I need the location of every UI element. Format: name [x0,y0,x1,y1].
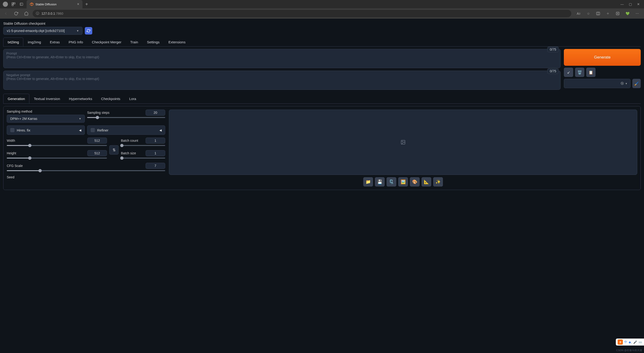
refresh-button[interactable] [12,10,20,18]
batch-count-label: Batch count [121,139,138,142]
batch-count-input[interactable] [146,138,165,144]
negative-prompt-input[interactable] [3,71,560,90]
workspaces-icon[interactable] [11,2,16,7]
tab-checkpoint-merger[interactable]: Checkpoint Merger [87,38,126,46]
ime-lang[interactable]: 中 [624,340,627,344]
batch-size-input[interactable] [146,150,165,156]
tab-img2img[interactable]: img2img [23,38,46,46]
ime-logo-icon: S [618,339,623,344]
close-window-icon[interactable]: ✕ [637,2,640,6]
subtab-hypernetworks[interactable]: Hypernetworks [64,94,97,104]
tab-extensions[interactable]: Extensions [164,38,190,46]
open-folder-button[interactable]: 📁 [363,177,373,187]
clear-button[interactable]: 🗑️ [575,68,584,77]
output-toolbar: 📁💾🗜️🖼️🎨📐✨ [169,177,637,187]
subtab-lora[interactable]: Lora [125,94,140,104]
send-extras-button[interactable]: 📐 [422,177,431,187]
svg-rect-0 [12,3,13,4]
tab-png-info[interactable]: PNG Info [64,38,88,46]
maximize-icon[interactable]: ▢ [629,2,632,6]
svg-rect-1 [14,3,15,4]
tab-txt2img[interactable]: txt2img [3,38,23,46]
ime-keyboard-icon[interactable]: ⌨️ [638,340,642,344]
send-img2img-button[interactable]: 🖼️ [398,177,408,187]
sidebar-toggle-icon[interactable] [19,2,24,7]
sub-tabs: GenerationTextual InversionHypernetworks… [3,94,641,104]
width-label: Width [7,139,15,142]
home-button[interactable] [22,10,30,18]
sampling-steps-input[interactable] [146,110,165,116]
tab-title: Stable Diffusion [36,3,75,6]
zip-button[interactable]: 🗜️ [386,177,396,187]
seed-label: Seed [7,175,165,179]
address-bar[interactable]: ⓘ 127.0.0.1:7860 [32,10,571,17]
ime-toolbar[interactable]: S 中 ◆, 🎤 ⌨️ [616,338,644,345]
checkpoint-label: Stable Diffusion checkpoint [3,22,641,26]
height-label: Height [7,151,16,155]
tab-extras[interactable]: Extras [46,38,64,46]
sampling-steps-slider[interactable] [87,117,165,118]
sampling-method-dropdown[interactable]: DPM++ 2M Karras ▼ [7,115,85,123]
width-slider[interactable] [7,145,107,146]
sampling-method-value: DPM++ 2M Karras [10,117,37,121]
svg-rect-3 [20,3,23,6]
address-host: 127.0.0.1 [42,12,55,16]
styles-dropdown[interactable]: ⓧ ▼ [564,79,630,88]
refiner-checkbox[interactable] [91,128,95,132]
ime-voice-icon[interactable]: 🎤 [633,340,637,344]
swap-dimensions-button[interactable]: ⇅ [109,145,118,155]
tab-train[interactable]: Train [126,38,142,46]
arrow-tool-button[interactable]: ↙ [564,68,573,77]
site-info-icon[interactable]: ⓘ [36,12,39,16]
subtab-checkpoints[interactable]: Checkpoints [97,94,125,104]
profile-avatar[interactable] [3,2,8,7]
svg-rect-2 [12,5,13,6]
minimize-icon[interactable]: — [620,2,624,6]
watermark: CSDN @在奋斗的大道 [616,348,642,352]
edit-styles-button[interactable]: 🖌️ [632,79,641,88]
height-input[interactable] [87,150,107,156]
favorites-bar-icon[interactable]: ✧ [604,10,612,18]
svg-point-11 [402,141,402,142]
tab-settings[interactable]: Settings [142,38,164,46]
width-input[interactable] [87,138,107,144]
cfg-slider[interactable] [7,170,165,171]
main-tabs: txt2imgimg2imgExtrasPNG InfoCheckpoint M… [3,38,641,47]
subtab-generation[interactable]: Generation [3,94,29,104]
browser-nav-bar: ⓘ 127.0.0.1:7860 A)) ☆ ✧ 💚 ⋯ [0,9,644,19]
prompt-token-counter: 0/75 [547,47,559,52]
cfg-input[interactable] [146,163,165,169]
save-button[interactable]: 💾 [375,177,385,187]
hires-fix-toggle[interactable]: Hires. fix ◀ [7,125,85,135]
output-preview [169,110,637,175]
browser-tab[interactable]: Stable Diffusion × [26,0,82,9]
ime-punct-icon[interactable]: ◆, [628,340,632,344]
send-inpaint-button[interactable]: 🎨 [410,177,420,187]
cfg-label: CFG Scale [7,164,22,168]
prompt-input[interactable] [3,49,560,68]
refiner-toggle[interactable]: Refiner ◀ [87,125,165,135]
subtab-textual-inversion[interactable]: Textual Inversion [29,94,64,104]
negative-token-counter: 0/75 [547,68,559,74]
hires-fix-label: Hires. fix [17,128,77,132]
refresh-checkpoint-button[interactable] [85,27,92,35]
performance-icon[interactable]: 💚 [624,10,632,18]
clipboard-button[interactable]: 📋 [586,68,596,77]
send-upscale-button[interactable]: ✨ [433,177,443,187]
split-screen-icon[interactable] [594,10,602,18]
back-button[interactable] [2,10,10,18]
generate-button[interactable]: Generate [564,49,641,66]
collections-icon[interactable] [614,10,622,18]
favorite-icon[interactable]: ☆ [584,10,592,18]
batch-count-slider[interactable] [121,145,165,146]
hires-fix-checkbox[interactable] [10,128,14,132]
clear-styles-icon[interactable]: ⓧ [621,81,624,86]
height-slider[interactable] [7,158,107,159]
chevron-down-icon: ▼ [79,117,81,120]
close-tab-icon[interactable]: × [77,2,79,6]
checkpoint-dropdown[interactable]: v1-5-pruned-emaonly.ckpt [cc6cb27103] ▼ [3,27,82,35]
batch-size-slider[interactable] [121,158,165,159]
more-icon[interactable]: ⋯ [633,10,641,18]
new-tab-button[interactable]: + [82,2,91,7]
read-aloud-icon[interactable]: A)) [574,10,582,18]
